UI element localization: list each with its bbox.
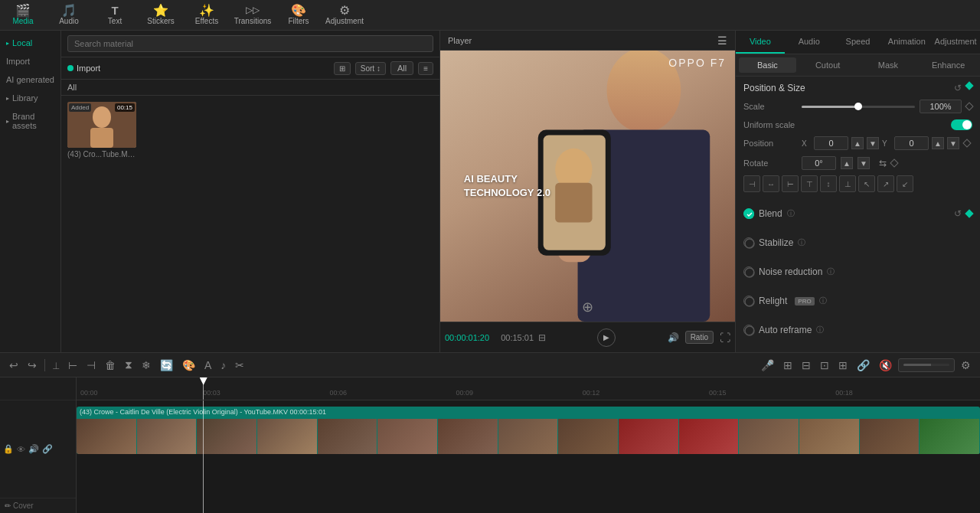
crop-button[interactable]: ✂ xyxy=(232,358,247,373)
link-btn[interactable]: 🔗 xyxy=(854,358,873,373)
position-x-input[interactable] xyxy=(814,136,848,150)
sidebar-item-library[interactable]: ▸ Library xyxy=(0,89,60,107)
y-up-btn[interactable]: ▲ xyxy=(932,137,944,149)
toolbar-adjustment[interactable]: ⚙ Adjustment xyxy=(322,0,368,31)
x-down-btn[interactable]: ▼ xyxy=(867,137,879,149)
align-top[interactable]: ⊤ xyxy=(801,175,818,192)
align-center-v[interactable]: ↕ xyxy=(820,175,837,192)
reset-icon[interactable]: ↺ xyxy=(954,83,962,93)
eye-icon[interactable]: 👁 xyxy=(17,445,25,454)
x-up-btn[interactable]: ▲ xyxy=(851,137,864,149)
position-keyframe[interactable] xyxy=(962,139,971,147)
align-left[interactable]: ⊣ xyxy=(743,175,760,192)
play-button[interactable]: ▶ xyxy=(597,328,616,347)
noise-info[interactable]: ⓘ xyxy=(827,266,835,277)
tab-speed[interactable]: Speed xyxy=(834,31,883,54)
fullscreen-icon[interactable]: ⛶ xyxy=(720,332,730,344)
loop-button[interactable]: 🔄 xyxy=(157,358,176,373)
align-center-h[interactable]: ↔ xyxy=(763,175,779,192)
edit-cover-icon[interactable]: ✏ xyxy=(5,502,11,510)
all-filter-button[interactable]: All xyxy=(390,61,413,75)
toolbar-transitions[interactable]: ▷▷ Transitions xyxy=(230,0,276,31)
toolbar-effects[interactable]: ✨ Effects xyxy=(184,0,230,31)
position-y-input[interactable] xyxy=(894,136,929,150)
align-bl[interactable]: ↙ xyxy=(897,175,913,192)
uniform-scale-toggle[interactable] xyxy=(951,119,972,130)
stabilize-checkbox[interactable] xyxy=(743,237,754,248)
ratio-button[interactable]: Ratio xyxy=(685,331,714,344)
align-tr[interactable]: ↗ xyxy=(877,175,894,192)
rotate-up-btn[interactable]: ▲ xyxy=(841,157,853,169)
toolbar-stickers[interactable]: ⭐ Stickers xyxy=(138,0,184,31)
lock-icon[interactable]: 🔒 xyxy=(3,444,14,454)
subtab-mask[interactable]: Mask xyxy=(860,57,917,73)
subtab-cutout[interactable]: Cutout xyxy=(799,57,857,73)
search-input[interactable] xyxy=(67,35,433,52)
mic-icon[interactable]: 🎤 xyxy=(758,358,777,373)
flip-h-icon[interactable]: ⇆ xyxy=(879,158,887,168)
link-track-icon[interactable]: 🔗 xyxy=(42,444,53,454)
chapters-icon[interactable]: ⊟ xyxy=(538,332,546,343)
undo-button[interactable]: ↩ xyxy=(6,358,21,373)
grid-view-button[interactable]: ⊞ xyxy=(334,62,351,75)
volume-icon[interactable]: 🔊 xyxy=(668,332,679,343)
y-down-btn[interactable]: ▼ xyxy=(947,137,959,149)
subtab-enhance[interactable]: Enhance xyxy=(920,57,977,73)
settings-btn[interactable]: ⚙ xyxy=(958,358,974,373)
scale-slider[interactable] xyxy=(802,106,915,108)
align-bottom[interactable]: ⊥ xyxy=(839,175,856,192)
sort-button[interactable]: Sort ↕ xyxy=(355,62,386,75)
scale-input[interactable] xyxy=(920,100,962,113)
speed-button[interactable]: ⧗ xyxy=(122,357,136,373)
rotate-down-btn[interactable]: ▼ xyxy=(858,157,870,169)
mute-btn[interactable]: 🔇 xyxy=(876,358,895,373)
zoom-bar[interactable] xyxy=(898,358,955,372)
audio-track-icon[interactable]: 🔊 xyxy=(28,444,39,454)
blend-keyframe[interactable] xyxy=(965,209,973,217)
align-tl[interactable]: ↖ xyxy=(858,175,875,192)
filter-button[interactable]: ≡ xyxy=(418,62,433,75)
toolbar-filters[interactable]: 🎨 Filters xyxy=(276,0,322,31)
audio-button[interactable]: ♪ xyxy=(217,358,229,373)
sidebar-item-import[interactable]: Import xyxy=(0,52,60,70)
toolbar-media[interactable]: 🎬 Media xyxy=(0,0,46,31)
blend-info[interactable]: ⓘ xyxy=(787,208,795,219)
playhead[interactable] xyxy=(203,377,204,400)
text-button[interactable]: A xyxy=(201,358,214,373)
main-clip[interactable]: (43) Crowe - Caitlin De Ville (Electric … xyxy=(77,407,980,454)
zoom-level[interactable]: ⊞ xyxy=(835,358,851,373)
scale-thumb[interactable] xyxy=(854,103,862,110)
player-menu-icon[interactable]: ☰ xyxy=(717,34,727,47)
rotate-keyframe[interactable] xyxy=(890,158,898,167)
split-button[interactable]: ⟂ xyxy=(50,358,62,373)
scale-keyframe[interactable] xyxy=(965,102,973,110)
align-right[interactable]: ⊢ xyxy=(782,175,799,192)
toolbar-audio[interactable]: 🎵 Audio xyxy=(46,0,92,31)
trim-end-button[interactable]: ⊣ xyxy=(83,358,99,373)
keyframe-icon[interactable] xyxy=(965,81,973,90)
zoom-out-btn[interactable]: ⊟ xyxy=(799,358,814,373)
blend-reset[interactable]: ↺ xyxy=(954,208,962,219)
relight-checkbox[interactable] xyxy=(743,296,754,306)
freeze-button[interactable]: ❄ xyxy=(139,358,154,373)
tab-adjustment[interactable]: Adjustment xyxy=(931,31,980,54)
toolbar-text[interactable]: T Text xyxy=(92,0,138,31)
player-settings-button[interactable]: ⊕ xyxy=(582,299,593,315)
blend-checkbox[interactable] xyxy=(743,208,754,219)
tab-audio[interactable]: Audio xyxy=(785,31,834,54)
redo-button[interactable]: ↪ xyxy=(24,358,40,373)
auto-reframe-checkbox[interactable] xyxy=(743,325,754,335)
zoom-fit-btn[interactable]: ⊡ xyxy=(817,358,832,373)
sidebar-item-local[interactable]: ▸ Local xyxy=(0,34,60,52)
relight-info[interactable]: ⓘ xyxy=(819,296,827,306)
tab-animation[interactable]: Animation xyxy=(882,31,931,54)
auto-reframe-info[interactable]: ⓘ xyxy=(816,325,824,335)
media-item[interactable]: Added 00:15 (43) Cro...Tube.MKV xyxy=(67,102,136,158)
stabilize-info[interactable]: ⓘ xyxy=(798,237,805,248)
noise-checkbox[interactable] xyxy=(743,266,754,277)
subtab-basic[interactable]: Basic xyxy=(739,57,796,73)
zoom-in-btn[interactable]: ⊞ xyxy=(780,358,795,373)
tab-video[interactable]: Video xyxy=(736,31,785,54)
rotate-input[interactable] xyxy=(802,156,836,170)
sidebar-item-brand-assets[interactable]: ▸ Brand assets xyxy=(0,107,60,135)
